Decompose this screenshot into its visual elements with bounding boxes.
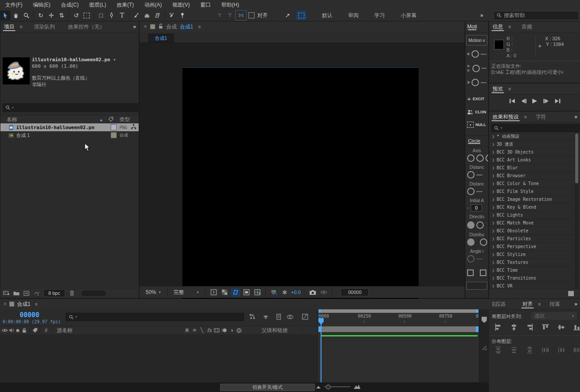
pen-tool[interactable] [106,10,117,20]
fast-preview-icon[interactable] [209,288,218,297]
square-option-a[interactable] [467,270,474,276]
next-frame-button[interactable] [542,98,550,104]
snap-checkbox[interactable] [248,12,255,18]
anchor-center-label[interactable]: >< [467,64,471,73]
anchor-center-icon[interactable] [472,65,480,72]
panel-overflow-icon[interactable]: » [574,114,580,120]
workspace-overflow-button[interactable]: » [480,12,483,18]
effects-category-row[interactable]: ❯ BCC Image Restoration [489,196,574,203]
selection-tool[interactable] [0,10,10,20]
tab-paragraph[interactable]: 段落 [546,301,563,308]
distance-knob-2[interactable] [467,188,475,195]
effects-scrollbar-thumb[interactable] [575,133,578,183]
motion-blur-switch-icon[interactable] [221,327,227,333]
chevron-right-icon[interactable]: ❯ [492,237,494,241]
chevron-right-icon[interactable]: ❯ [492,150,494,154]
effects-category-row[interactable]: ❯ BCC 3D Objects [489,148,574,156]
frame-blend-switch-icon[interactable] [213,327,220,333]
comp-tab[interactable]: 合成1 [148,34,174,42]
zoom-tool[interactable] [21,10,31,20]
hand-tool[interactable] [10,10,21,20]
shy-layers-icon[interactable] [276,314,282,320]
current-frame-display[interactable]: 00000 [20,311,39,319]
zoom-out-mountain-icon[interactable] [316,385,321,388]
zoom-out-corner-icon[interactable] [482,345,487,350]
chevron-right-icon[interactable]: ❯ [492,134,494,139]
comp-label-swatch[interactable] [111,132,117,138]
distribution-b-icon[interactable] [480,238,487,246]
effects-category-row[interactable]: ❯ * 动画预设 [489,133,574,140]
zoom-in-mountain-icon[interactable] [354,384,360,389]
region-of-interest-icon[interactable] [242,288,251,297]
axis-y-icon[interactable] [476,154,484,162]
previous-frame-button[interactable] [520,98,527,104]
tab-project[interactable]: 项目 [0,23,18,31]
time-navigator-bar[interactable] [318,309,479,313]
project-settings-icon[interactable] [33,290,40,296]
close-tab-icon[interactable]: × [3,301,7,307]
chevron-right-icon[interactable]: ❯ [492,221,494,225]
label-column-icon[interactable] [31,327,38,333]
distribute-h-center-button[interactable] [556,346,566,354]
axis-x-icon[interactable] [467,154,475,162]
graph-editor-icon[interactable] [302,314,308,320]
magnification-dropdown[interactable]: 50%▾ [143,288,164,297]
transparency-grid-icon[interactable] [220,288,229,297]
align-h-center-button[interactable] [509,323,519,332]
angle-knob[interactable] [467,255,475,262]
distribute-v-center-button[interactable] [509,346,519,354]
show-snapshot-eye-icon[interactable] [319,288,328,297]
align-bottom-button[interactable] [572,323,580,332]
new-composition-icon[interactable] [23,290,30,296]
menu-item[interactable]: 窗口 [195,1,216,9]
chevron-right-icon[interactable]: ❯ [492,245,494,249]
chevron-right-icon[interactable]: ❯ [492,229,494,233]
motion-version-button[interactable]: Motion v [466,35,487,46]
comp-frame-field[interactable]: 00000 [341,288,369,296]
preview-panel-menu-icon[interactable]: ≡ [507,86,513,91]
chevron-right-icon[interactable]: ❯ [492,174,494,178]
effects-category-row[interactable]: ❯ BCC Lights [489,211,574,219]
help-search-field[interactable]: 搜索帮助 [493,11,579,20]
workspace-tab[interactable]: 学习 [367,12,393,19]
effects-category-row[interactable]: ❯ BCC Transitions [489,274,574,282]
camera-region-tool[interactable] [81,10,92,20]
exposure-value[interactable]: +0.0 [291,290,301,295]
chevron-right-icon[interactable]: ❯ [492,284,494,288]
effects-category-row[interactable]: ❯ BCC Color & Tone [489,180,574,188]
comp-marker-bin-icon[interactable] [481,316,487,323]
effects-category-row[interactable]: ❯ BCC Browser [489,172,574,180]
composition-fit-icon[interactable] [296,10,307,20]
toggle-switches-modes-button[interactable]: 切换开关/模式 [220,384,315,391]
panel-overflow-icon[interactable]: » [133,24,139,30]
effects-category-row[interactable]: ❯ BCC Textures [489,259,574,266]
work-area-bar[interactable] [318,326,479,332]
menu-item[interactable]: 视图(V) [167,1,195,9]
effects-category-row[interactable]: ❯ BCC Match Move [489,219,574,227]
effects-switch-icon[interactable]: fx [206,327,213,333]
project-scrollbar-thumb[interactable] [81,290,106,296]
direction-ccw-icon[interactable] [476,221,484,229]
parent-link-column[interactable]: 父级和链接 [262,327,288,334]
timeline-right-lane[interactable] [479,309,489,382]
label-color-column-icon[interactable] [108,116,114,123]
chevron-right-icon[interactable]: ❯ [492,260,494,265]
effects-category-row[interactable]: ❯ BCC Perspective [489,243,574,251]
chevron-right-icon[interactable]: ❯ [492,142,494,147]
motion-path-arrow-icon[interactable]: ↗ [282,10,293,20]
last-frame-button[interactable] [554,98,561,104]
text-tool[interactable]: T [117,10,127,20]
footage-filename[interactable]: illustrain10-halloween02.pn [32,57,110,63]
tab-preview[interactable]: 预览 [489,85,507,93]
eye-column-icon[interactable] [1,327,8,333]
initial-angle-value[interactable]: 0 [471,204,482,211]
collapse-transformations-icon[interactable]: ✳ [191,327,198,333]
direction-cw-icon[interactable] [467,221,475,229]
3d-layer-icon[interactable] [236,327,242,333]
adjustment-layer-icon[interactable]: ◑ [228,327,235,333]
chevron-right-icon[interactable]: ❯ [492,205,494,210]
effects-category-row[interactable]: ❯ BCC Stylize [489,251,574,259]
effects-panel-menu-icon[interactable]: ≡ [522,114,528,119]
anchor-right-label[interactable]: > [467,80,470,85]
effects-category-row[interactable]: ❯ BCC Particles [489,235,574,243]
